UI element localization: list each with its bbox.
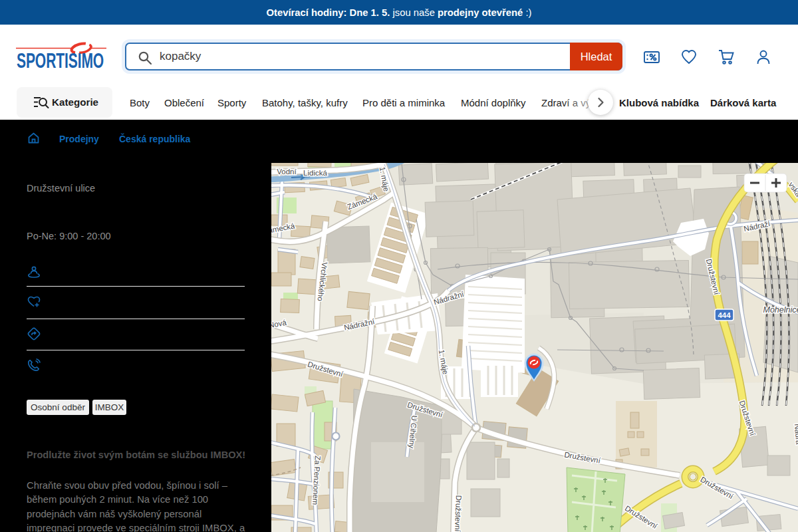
svg-text:SPORTISIMO: SPORTISIMO xyxy=(17,49,104,72)
svg-text:444: 444 xyxy=(718,311,731,319)
svg-text:Družstevní: Družstevní xyxy=(454,495,463,532)
svg-text:Lidická: Lidická xyxy=(303,169,327,177)
svg-text:Vodní: Vodní xyxy=(277,168,297,176)
svg-text:Mohelnice: Mohelnice xyxy=(763,305,798,315)
